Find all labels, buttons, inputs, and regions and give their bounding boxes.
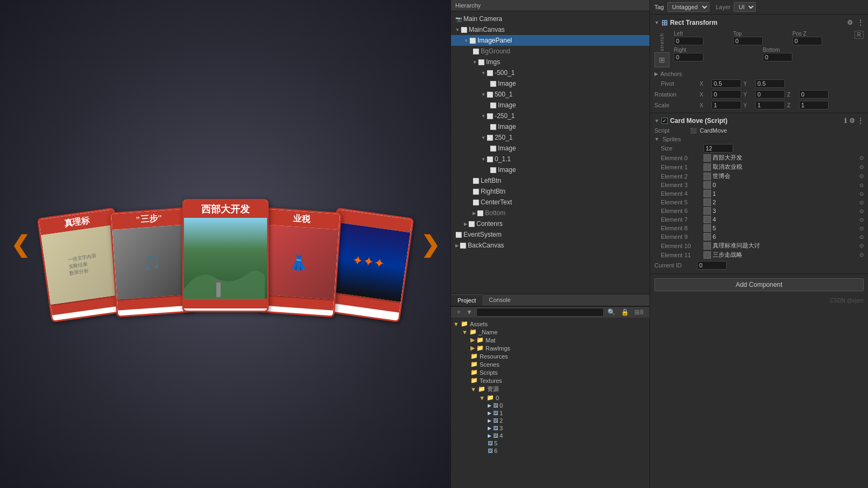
hierarchy-header: Hierarchy [451,0,650,11]
tree-item-image-2[interactable]: ⬜ Image [451,100,650,111]
tree-item-imgs[interactable]: ▼ ⬜ Imgs [451,57,650,67]
tree-item-bottom[interactable]: ▶ ⬜ Bottom [451,208,650,218]
file-assets[interactable]: ▼ 📁 Assets [451,320,650,328]
tree-item-0-1-1[interactable]: ▼ ⬜ 0_1.1 [451,154,650,164]
tree-item-image-panel[interactable]: ▼ ⬜ ImagePanel [451,35,650,46]
sprites-header-row: ▼ Sprites [654,135,864,143]
script-row: Script ⬛ CardMove [654,126,864,135]
tree-item-rightbtn[interactable]: ⬜ RightBtn [451,186,650,197]
tree-item-pos500[interactable]: ▼ ⬜ 500_1 [451,89,650,100]
element-7-link[interactable]: ⊙ [859,217,864,223]
tree-item-bg-ground[interactable]: ⬜ BgGround [451,46,650,57]
file-rawimgs[interactable]: ▶ 📁 RawImgs [451,344,650,352]
file-0-folder[interactable]: ▼ 📁 0 [451,394,650,402]
scale-x-input[interactable] [712,101,741,109]
tree-item-backcanvas[interactable]: ▶ ⬜ BackCanvas [451,240,650,251]
rect-settings-icon[interactable]: ⚙ [847,19,853,26]
card-3[interactable]: 西部大开发 [182,199,269,312]
file-img-4[interactable]: ▶ 🖼 4 [451,432,650,439]
element-0-link[interactable]: ⊙ [859,155,864,161]
file-resources-cn[interactable]: ▼ 📁 资源 [451,384,650,394]
layers-btn[interactable]: ⊞8 [633,308,645,317]
left-input[interactable] [674,37,703,45]
card-4[interactable]: 业税 👗 [256,207,341,318]
file-mat[interactable]: ▶ 📁 Mat [451,336,650,344]
pivot-y-input[interactable] [755,79,785,88]
scale-y-input[interactable] [755,101,785,109]
rot-z-input[interactable] [799,90,829,99]
tree-item-neg250[interactable]: ▼ ⬜ -250_1 [451,111,650,121]
tree-item-main-canvas[interactable]: ▼ ⬜ MainCanvas [451,24,650,35]
file-textures[interactable]: 📁 Textures [451,376,650,384]
file-name-folder[interactable]: ▼ 📁 _Name [451,328,650,336]
file-img-3[interactable]: ▶ 🖼 3 [451,424,650,432]
file-img-5[interactable]: 🖼 5 [451,439,650,447]
add-component-button[interactable]: Add Component [654,278,864,291]
element-2-link[interactable]: ⊙ [859,173,864,179]
element-6-link[interactable]: ⊙ [859,208,864,214]
element-11-link[interactable]: ⊙ [859,252,864,258]
tab-console[interactable]: Console [482,294,517,306]
file-img-2[interactable]: ▶ 🖼 2 [451,417,650,424]
rect-more-icon[interactable]: ⋮ [857,19,864,26]
posz-input[interactable] [792,37,822,45]
tree-item-image-4[interactable]: ⬜ Image [451,143,650,154]
tree-item-image-3[interactable]: ⬜ Image [451,121,650,132]
bottom-input[interactable] [763,53,792,61]
size-input[interactable] [703,144,733,153]
project-search[interactable] [476,308,604,317]
tree-item-pos250[interactable]: ▼ ⬜ 250_1 [451,132,650,143]
rect-r-btn[interactable]: R [855,31,864,39]
element-3-link[interactable]: ⊙ [859,182,864,188]
tab-project[interactable]: Project [451,294,482,306]
tree-item-neg500[interactable]: ▼ ⬜ -500_1 [451,67,650,78]
stretch-icon[interactable]: ⊞ [654,52,669,67]
card-move-checkbox[interactable]: ✓ [661,118,668,124]
scale-z-input[interactable] [799,101,829,109]
file-tree[interactable]: ▼ 📁 Assets ▼ 📁 _Name ▶ 📁 Mat ▶ 📁 RawImgs… [451,318,650,488]
element-1-link[interactable]: ⊙ [859,164,864,170]
file-scripts[interactable]: 📁 Scripts [451,368,650,376]
tree-item-image-5[interactable]: ⬜ Image [451,164,650,175]
tree-item-eventsystem[interactable]: ⬜ EventSystem [451,229,650,240]
tree-item-leftbtn[interactable]: ⬜ LeftBtn [451,175,650,186]
right-input[interactable] [674,53,703,61]
layer-dropdown[interactable]: UI [734,2,756,12]
element-4-label: Element 4 [661,190,701,197]
element-11-value-group: 三步走战略 ⊙ [703,251,864,259]
element-10-link[interactable]: ⊙ [859,243,864,249]
file-img-1[interactable]: ▶ 🖼 1 [451,409,650,417]
search-filter-btn[interactable]: 🔍 [606,308,617,317]
card-move-settings-icon[interactable]: ⚙ [849,117,855,125]
tree-item-centertext[interactable]: ⬜ CenterText [451,197,650,208]
file-img-6[interactable]: 🖼 6 [451,447,650,455]
element-7-label: Element 7 [661,216,701,223]
file-img-0[interactable]: ▶ 🖼 0 [451,402,650,409]
left-nav-arrow[interactable]: ❮ [11,231,30,257]
right-nav-arrow[interactable]: ❯ [421,231,440,257]
minus-button[interactable]: ▼ [464,308,474,317]
top-input[interactable] [733,37,763,45]
current-id-input[interactable] [697,261,727,270]
file-resources[interactable]: 📁 Resources [451,352,650,360]
element-4-link[interactable]: ⊙ [859,191,864,197]
element-5-link[interactable]: ⊙ [859,200,864,205]
element-6-value: 3 [713,208,716,214]
card-move-more-icon[interactable]: ⋮ [857,117,864,125]
pivot-x-input[interactable] [712,79,741,88]
lock-btn[interactable]: 🔒 [619,308,631,317]
hierarchy-tree[interactable]: 📷 Main Camera ▼ ⬜ MainCanvas ▼ ⬜ ImagePa… [451,11,650,294]
element-8-link[interactable]: ⊙ [859,225,864,231]
card-move-info-icon[interactable]: ℹ [844,117,847,125]
rot-x-input[interactable] [712,90,741,99]
inspector-scroll[interactable]: Tag Untagged Layer UI ▼ ⊞ Rect Transform… [650,0,868,488]
tree-item-contenrs[interactable]: ▶ ⬜ Contenrs [451,218,650,229]
tree-item-main-camera[interactable]: 📷 Main Camera [451,13,650,24]
tag-dropdown[interactable]: Untagged [667,2,709,12]
file-scenes[interactable]: 📁 Scenes [451,360,650,368]
tree-item-image-1[interactable]: ⬜ Image [451,78,650,89]
rot-y-input[interactable] [755,90,785,99]
add-button[interactable]: + [455,308,462,317]
file-img-0-label: 0 [500,402,503,409]
element-9-link[interactable]: ⊙ [859,234,864,240]
